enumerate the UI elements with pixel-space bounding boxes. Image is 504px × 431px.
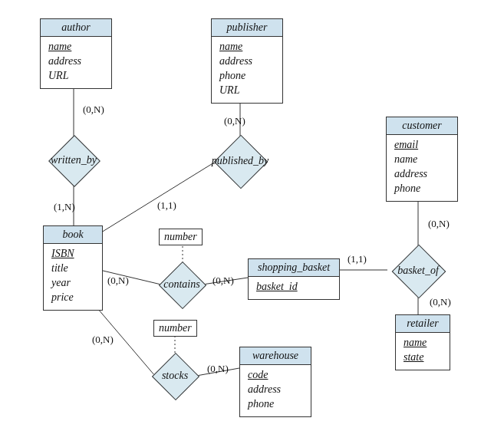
entity-shopping-basket-attrs: basket_id bbox=[249, 277, 339, 299]
entity-author-attrs: name address URL bbox=[41, 37, 111, 88]
entity-shopping-basket: shopping_basket basket_id bbox=[248, 258, 340, 300]
entity-publisher: publisher name address phone URL bbox=[211, 18, 283, 104]
rel-contains-label: contains bbox=[156, 261, 207, 308]
rel-contains-attr: number bbox=[159, 229, 203, 245]
entity-warehouse-title: warehouse bbox=[240, 347, 311, 365]
attr: address bbox=[48, 54, 104, 69]
attr: ISBN bbox=[51, 247, 94, 262]
attr: phone bbox=[394, 182, 450, 196]
entity-customer-title: customer bbox=[387, 117, 457, 135]
attr: address bbox=[394, 167, 450, 182]
card-warehouse-stocks: (0,N) bbox=[207, 363, 229, 375]
attr: name bbox=[394, 153, 450, 167]
entity-customer: customer email name address phone bbox=[386, 117, 458, 202]
rel-basket-of: basket_of bbox=[387, 244, 450, 298]
attr: year bbox=[51, 276, 94, 291]
card-customer-basketof: (0,N) bbox=[428, 218, 450, 230]
rel-written-by: written_by bbox=[48, 135, 99, 186]
attr: address bbox=[248, 383, 303, 397]
attr: URL bbox=[48, 69, 104, 84]
rel-stocks: stocks bbox=[150, 352, 200, 400]
entity-customer-attrs: email name address phone bbox=[387, 135, 457, 201]
card-book-stocks: (0,N) bbox=[92, 334, 114, 346]
attr: name bbox=[404, 336, 442, 350]
card-book-contains: (0,N) bbox=[107, 275, 129, 287]
attr: title bbox=[51, 262, 94, 276]
svg-line-3 bbox=[101, 163, 214, 232]
rel-published-by: published_by bbox=[207, 134, 273, 188]
rel-stocks-attr: number bbox=[153, 320, 197, 337]
card-basket-basketof: (1,1) bbox=[348, 253, 367, 265]
entity-author-title: author bbox=[41, 19, 111, 37]
entity-retailer-title: retailer bbox=[396, 315, 450, 333]
rel-contains: contains bbox=[156, 261, 207, 308]
entity-warehouse: warehouse code address phone bbox=[239, 347, 311, 417]
entity-publisher-attrs: name address phone URL bbox=[212, 37, 282, 103]
attr: code bbox=[248, 368, 303, 383]
attr: address bbox=[219, 54, 275, 69]
attr: price bbox=[51, 291, 94, 305]
attr: state bbox=[404, 350, 442, 365]
entity-retailer-attrs: name state bbox=[396, 333, 450, 370]
entity-retailer: retailer name state bbox=[395, 314, 450, 370]
entity-author: author name address URL bbox=[40, 18, 112, 89]
rel-published-by-label: published_by bbox=[207, 134, 273, 188]
attr: phone bbox=[248, 397, 303, 412]
card-book-writtenby: (1,N) bbox=[54, 201, 75, 213]
entity-book-attrs: ISBN title year price bbox=[44, 244, 102, 310]
rel-basket-of-label: basket_of bbox=[387, 244, 450, 298]
rel-written-by-label: written_by bbox=[48, 135, 99, 186]
entity-book: book ISBN title year price bbox=[43, 225, 103, 311]
card-publisher-publishedby: (0,N) bbox=[224, 115, 245, 127]
card-author-writtenby: (0,N) bbox=[83, 104, 104, 116]
entity-book-title: book bbox=[44, 226, 102, 244]
attr: email bbox=[394, 138, 450, 153]
entity-warehouse-attrs: code address phone bbox=[240, 365, 311, 416]
card-basket-contains: (0,N) bbox=[212, 275, 234, 287]
card-retailer-basketof: (0,N) bbox=[430, 296, 451, 308]
attr: name bbox=[48, 40, 104, 54]
attr: name bbox=[219, 40, 275, 54]
rel-stocks-label: stocks bbox=[150, 352, 200, 400]
card-book-publishedby: (1,1) bbox=[157, 199, 176, 212]
entity-publisher-title: publisher bbox=[212, 19, 282, 37]
attr: phone bbox=[219, 69, 275, 84]
entity-shopping-basket-title: shopping_basket bbox=[249, 259, 339, 277]
attr: basket_id bbox=[256, 280, 331, 294]
attr: URL bbox=[219, 84, 275, 98]
